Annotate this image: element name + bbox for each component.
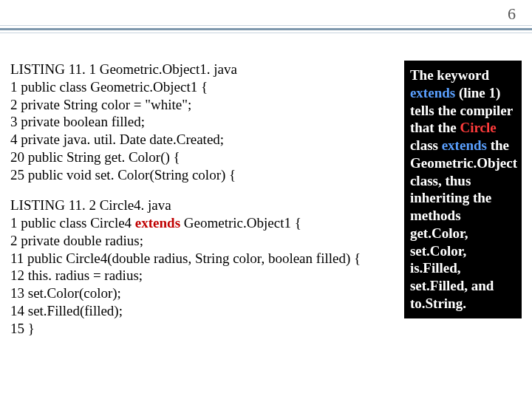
keyword-extends: extends: [135, 215, 180, 231]
callout-text: the: [487, 137, 509, 153]
code-line: 15 }: [10, 320, 400, 338]
rule-thin: [0, 33, 532, 33]
callout-text: class: [410, 137, 442, 153]
code-line: 1 public class Geometric.Object1 {: [10, 78, 400, 96]
code-line: 4 private java. util. Date date.Created;: [10, 131, 400, 149]
header-rules: [0, 25, 532, 35]
code-line: 12 this. radius = radius;: [10, 267, 400, 284]
slide: 6 LISTING 11. 1 Geometric.Object1. java …: [0, 0, 532, 399]
rule-thin: [0, 25, 532, 26]
page-number: 6: [508, 4, 516, 24]
code-text: 1 public class Circle4: [10, 215, 135, 231]
callout-box: The keyword extends (line 1) tells the c…: [404, 61, 522, 318]
rule-bold: [0, 28, 532, 30]
right-column: The keyword extends (line 1) tells the c…: [404, 61, 522, 389]
code-line: 11 public Circle4(double radius, String …: [10, 250, 400, 267]
callout-class-circle: Circle: [460, 120, 497, 135]
code-line: 3 private boolean filled;: [10, 113, 400, 131]
code-line: 2 private double radius;: [10, 232, 400, 250]
body: LISTING 11. 1 Geometric.Object1. java 1 …: [10, 61, 522, 389]
code-line: 13 set.Color(color);: [10, 284, 400, 302]
spacer: [10, 183, 400, 197]
code-line: 25 public void set. Color(String color) …: [10, 166, 400, 184]
listing2-title: LISTING 11. 2 Circle4. java: [10, 197, 400, 214]
code-text: Geometric.Object1 {: [180, 215, 301, 231]
callout-text: , thus inheriting the methods get.Color,…: [410, 173, 494, 311]
callout-text: The keyword: [410, 67, 489, 83]
code-line: 2 private String color = "white";: [10, 96, 400, 114]
callout-keyword-extends: extends: [442, 137, 487, 153]
callout-keyword-extends: extends: [410, 85, 455, 100]
code-line: 20 public String get. Color() {: [10, 149, 400, 166]
left-column: LISTING 11. 1 Geometric.Object1. java 1 …: [10, 61, 400, 389]
listing1-title: LISTING 11. 1 Geometric.Object1. java: [10, 61, 400, 78]
code-line-extends: 1 public class Circle4 extends Geometric…: [10, 214, 400, 232]
code-line: 14 set.Filled(filled);: [10, 302, 400, 320]
